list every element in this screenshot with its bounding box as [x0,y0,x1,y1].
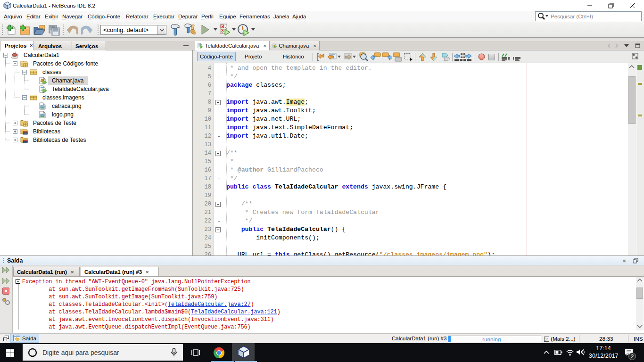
svg-text:3: 3 [221,28,224,33]
